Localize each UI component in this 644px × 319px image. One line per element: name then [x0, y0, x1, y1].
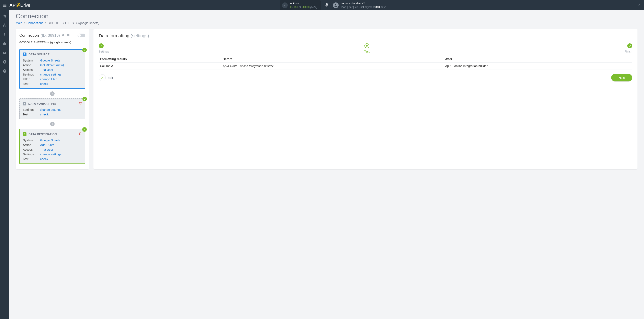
kv-link[interactable]: Add ROW	[40, 143, 54, 146]
node-title: DATA DESTINATION	[28, 132, 57, 136]
step-number: 2	[22, 102, 26, 106]
kv-key: System	[23, 138, 40, 142]
user-plan: Plan |Start| left until payment 360 days	[341, 5, 386, 9]
kv-key: Test	[23, 82, 40, 86]
chevron-down-icon[interactable]	[636, 3, 642, 7]
hamburger-icon	[2, 3, 7, 8]
kv-link[interactable]: Get ROWS (new)	[40, 63, 64, 67]
th-before: Before	[222, 56, 444, 62]
rail-billing-icon[interactable]: $	[3, 32, 7, 37]
svg-text:$: $	[4, 32, 6, 36]
kv-key: Access	[23, 68, 40, 72]
kv-link[interactable]: Tina User	[40, 148, 53, 151]
node-data-formatting[interactable]: 2 DATA FORMATTING Settingschange setting…	[19, 98, 85, 119]
svg-point-12	[4, 61, 5, 62]
breadcrumb-main[interactable]: Main	[16, 21, 22, 25]
connection-title: Connection	[19, 33, 39, 38]
svg-rect-15	[63, 34, 64, 36]
panel-subtitle: (settings)	[131, 33, 149, 38]
rail-briefcase-icon[interactable]	[3, 42, 7, 46]
add-step-button[interactable]: +	[50, 122, 54, 126]
kv-link[interactable]: check	[40, 112, 49, 116]
node-title: DATA FORMATTING	[28, 102, 56, 105]
breadcrumb-current: GOOGLE SHEETS -> (google sheets)	[48, 21, 99, 25]
kv-key: Action	[23, 63, 40, 67]
kv-key: Test	[22, 112, 40, 116]
breadcrumb-connections[interactable]: Connections	[26, 21, 43, 25]
step-test[interactable]: Test	[364, 43, 370, 53]
rail-help-icon[interactable]: ?	[3, 69, 7, 74]
rail-account-icon[interactable]	[3, 60, 7, 64]
th-results: Formatting results	[99, 56, 222, 62]
edit-label: Edit	[108, 76, 113, 80]
user-menu[interactable]: demo_apix-drive_s2 Plan |Start| left unt…	[333, 2, 386, 9]
check-icon	[82, 97, 87, 101]
pipeline-card: Connection (ID: 38910) GOOGLE SHEETS -> …	[16, 29, 89, 169]
actions-counter[interactable]: i Actions: 25'161 of 50'000 (50%)	[280, 0, 321, 10]
trash-icon[interactable]	[78, 132, 82, 136]
actions-total: 50'000	[302, 6, 310, 8]
th-after: After	[444, 56, 632, 62]
settings-panel: Data formatting (settings) Settings Test	[94, 29, 638, 169]
svg-rect-4	[4, 24, 5, 24]
svg-rect-16	[62, 34, 64, 36]
kv-link[interactable]: change filter	[40, 77, 57, 81]
avatar-icon	[333, 2, 338, 8]
node-title: DATA SOURCE	[28, 53, 50, 56]
kv-key: Settings	[22, 108, 40, 111]
svg-rect-6	[6, 26, 6, 26]
actions-pct: (50%)	[310, 6, 318, 8]
sidebar-rail: $ ?	[0, 10, 9, 178]
rail-home-icon[interactable]	[3, 14, 7, 19]
node-data-source[interactable]: 1 DATA SOURCE SystemGoogle SheetsActionG…	[19, 49, 85, 89]
check-icon	[82, 48, 87, 52]
step-finish[interactable]: Finish	[625, 43, 632, 53]
kv-link[interactable]: Google Sheets	[40, 138, 60, 142]
actions-current: 25'161	[290, 6, 298, 8]
rail-video-icon[interactable]	[3, 51, 7, 55]
stepper: Settings Test Finish	[99, 43, 632, 50]
results-table: Formatting results Before After Column A…	[99, 56, 632, 70]
svg-rect-5	[3, 26, 4, 26]
node-data-destination[interactable]: 3 DATA DESTINATION SystemGoogle SheetsAc…	[19, 129, 85, 164]
menu-toggle[interactable]	[2, 3, 7, 8]
edit-button[interactable]: Edit	[99, 74, 113, 81]
svg-point-3	[335, 4, 336, 5]
kv-link[interactable]: change settings	[40, 152, 62, 156]
logo[interactable]: API✗Drive	[9, 2, 30, 8]
kv-link[interactable]: Google Sheets	[40, 59, 60, 62]
gear-icon[interactable]	[66, 33, 70, 38]
kv-key: Settings	[23, 73, 40, 76]
kv-link[interactable]: change settings	[40, 73, 62, 76]
svg-rect-8	[3, 43, 6, 45]
kv-key: Settings	[23, 152, 40, 156]
panel-title: Data formatting	[99, 33, 129, 38]
trash-icon[interactable]	[79, 102, 82, 106]
actions-label: Actions:	[290, 2, 318, 5]
pencil-icon	[99, 74, 106, 81]
cell-after: ApiX - online integration builder	[444, 62, 632, 70]
kv-link[interactable]: Tina User	[40, 68, 53, 72]
kv-link[interactable]: check	[40, 157, 48, 160]
rail-connections-icon[interactable]	[3, 23, 7, 28]
next-button[interactable]: Next	[611, 74, 632, 82]
page-title: Connection	[16, 12, 638, 20]
topbar: API✗Drive i Actions: 25'161 of 50'000 (5…	[0, 0, 644, 10]
kv-link[interactable]: change settings	[40, 108, 61, 111]
copy-icon[interactable]	[62, 33, 65, 38]
info-icon: i	[282, 2, 288, 8]
user-name: demo_apix-drive_s2	[341, 2, 386, 5]
kv-key: Filter	[23, 77, 40, 81]
kv-link[interactable]: check	[40, 82, 48, 86]
add-step-button[interactable]: +	[50, 92, 54, 96]
kv-key: Test	[23, 157, 40, 160]
connection-toggle[interactable]	[78, 34, 85, 37]
kv-key: Action	[23, 143, 40, 146]
cell-col: Column A	[99, 62, 222, 70]
bell-icon[interactable]	[325, 3, 329, 8]
check-icon	[82, 127, 87, 132]
table-row: Column AApiX-Drive - online integration …	[99, 62, 632, 70]
svg-text:?: ?	[4, 70, 6, 72]
step-settings[interactable]: Settings	[99, 43, 109, 53]
kv-key: System	[23, 59, 40, 62]
